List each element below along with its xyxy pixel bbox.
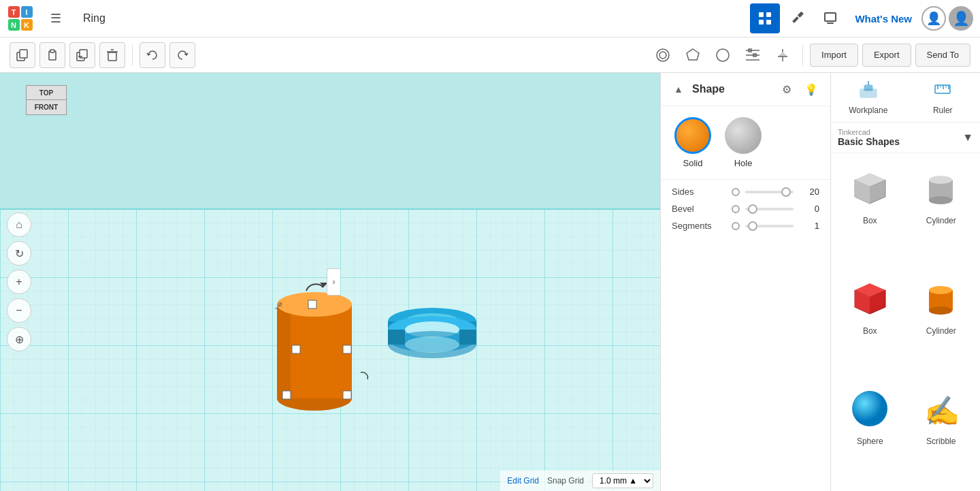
bevel-slider[interactable] <box>745 208 794 210</box>
polygon-view-button[interactable] <box>680 42 706 68</box>
view-controls: ⌂ ↻ + − ⊕ <box>7 212 31 351</box>
toolbar-divider-1 <box>132 45 133 65</box>
library-chevron-icon[interactable]: ▼ <box>962 131 973 144</box>
menu-button[interactable]: ☰ <box>41 3 71 33</box>
snap-grid-select[interactable]: 1.0 mm ▲ 0.5 mm 2.0 mm <box>592 473 653 488</box>
bevel-handle[interactable] <box>748 204 757 214</box>
box-red-label: Box <box>863 326 877 336</box>
sides-handle[interactable] <box>781 187 791 197</box>
shape-settings-icon[interactable]: ⚙ <box>777 80 796 99</box>
library-selector[interactable]: Tinkercad Basic Shapes ▼ <box>831 123 980 153</box>
bevel-label: Bevel <box>672 204 726 214</box>
home-view-button[interactable]: ⌂ <box>7 212 31 237</box>
delete-button[interactable] <box>99 42 125 68</box>
svg-rect-13 <box>792 16 799 23</box>
shape-card-cylinder-grey[interactable]: Cylinder <box>908 159 975 265</box>
tinkercad-logo[interactable]: T I N K <box>7 5 34 32</box>
project-name[interactable]: Ring <box>83 12 105 25</box>
workplane-button[interactable]: Workplane <box>831 73 906 122</box>
bevel-dot[interactable] <box>732 205 740 213</box>
toolbar-divider-2 <box>802 45 803 65</box>
svg-rect-15 <box>825 13 836 21</box>
shape-card-scribble[interactable]: ✍ Scribble <box>908 379 975 486</box>
sides-dot[interactable] <box>732 188 740 196</box>
grid-view-button[interactable] <box>750 3 780 33</box>
shape-card-sphere-blue[interactable]: Sphere <box>836 379 904 486</box>
cylinder-orange-preview <box>917 274 965 322</box>
zoom-out-button[interactable]: − <box>7 298 31 323</box>
svg-rect-10 <box>766 12 771 17</box>
add-user-button[interactable]: 👤 <box>921 6 946 31</box>
segments-param: Segments 1 <box>672 221 819 231</box>
hammer-view-button[interactable] <box>783 3 813 33</box>
bevel-param: Bevel 0 <box>672 204 819 214</box>
segments-dot[interactable] <box>732 222 740 230</box>
ruler-icon <box>933 80 952 103</box>
orientation-cube[interactable]: TOP FRONT <box>19 85 74 140</box>
solid-swatch[interactable] <box>674 117 711 154</box>
gallery-view-button[interactable] <box>815 3 845 33</box>
svg-point-30 <box>717 49 729 61</box>
top-face-label[interactable]: TOP <box>26 85 67 100</box>
svg-text:N: N <box>11 21 16 29</box>
redo-button[interactable] <box>169 42 195 68</box>
shape-panel-collapse-button[interactable]: ▲ <box>670 81 687 97</box>
svg-text:K: K <box>24 21 29 29</box>
sphere-blue-preview <box>846 385 894 432</box>
shape-card-cylinder-orange[interactable]: Cylinder <box>908 269 975 375</box>
sides-label: Sides <box>672 187 726 197</box>
duplicate-button[interactable] <box>69 42 95 68</box>
front-face-label[interactable]: FRONT <box>26 100 67 115</box>
user-avatar-button[interactable]: 👤 <box>949 6 973 31</box>
ruler-button[interactable]: Ruler <box>906 73 981 122</box>
svg-marker-38 <box>783 52 787 57</box>
edit-grid-label[interactable]: Edit Grid <box>507 476 539 486</box>
shapes-grid: Box Cylinder <box>831 153 980 491</box>
solid-option[interactable]: Solid <box>674 117 711 168</box>
sides-slider[interactable] <box>745 191 794 193</box>
hole-swatch[interactable] <box>725 117 762 154</box>
send-to-button[interactable]: Send To <box>915 44 970 67</box>
svg-point-93 <box>852 391 887 426</box>
hole-option[interactable]: Hole <box>725 117 762 168</box>
3d-viewport[interactable]: ⌀ TOP FRONT ⌂ ↻ + − ⊕ › Edit Grid Snap G… <box>0 73 660 491</box>
shape-panel-header: ▲ Shape ⚙ 💡 <box>661 73 830 106</box>
undo-button[interactable] <box>140 42 165 68</box>
paste-button[interactable] <box>39 42 65 68</box>
snap-grid-label: Snap Grid <box>547 476 584 486</box>
svg-rect-14 <box>798 12 804 18</box>
whats-new-button[interactable]: What's New <box>848 13 919 25</box>
segments-slider[interactable] <box>745 225 794 227</box>
align-view-button[interactable] <box>740 42 766 68</box>
segments-handle[interactable] <box>748 221 757 231</box>
solid-label: Solid <box>683 158 703 168</box>
svg-rect-18 <box>20 50 27 58</box>
circle-view-button[interactable] <box>710 42 736 68</box>
svg-text:I: I <box>25 8 27 16</box>
cylinder-grey-label: Cylinder <box>926 216 956 225</box>
mirror-view-button[interactable] <box>770 42 796 68</box>
export-button[interactable]: Export <box>862 44 911 67</box>
cylinder-orange-label: Cylinder <box>926 326 956 336</box>
segments-label: Segments <box>672 221 726 231</box>
shape-help-icon[interactable]: 💡 <box>802 80 821 99</box>
orbit-view-button[interactable]: ↻ <box>7 241 31 266</box>
tinkercad-label: Tinkercad <box>838 128 900 136</box>
shape-parameters: Sides 20 Bevel 0 <box>661 180 830 238</box>
add-person-icon: 👤 <box>926 11 941 26</box>
panel-collapse-arrow[interactable]: › <box>327 268 340 296</box>
segments-value: 1 <box>799 221 819 231</box>
svg-marker-37 <box>778 52 783 57</box>
zoom-in-button[interactable]: + <box>7 270 31 294</box>
import-button[interactable]: Import <box>810 44 858 67</box>
shape-card-box-red[interactable]: Box <box>836 269 904 375</box>
hole-label: Hole <box>734 158 753 168</box>
toolbar: Import Export Send To <box>0 37 980 73</box>
svg-marker-29 <box>687 49 699 60</box>
svg-rect-24 <box>108 52 116 61</box>
copy-button[interactable] <box>10 42 35 68</box>
box-grey-label: Box <box>863 216 877 225</box>
normal-view-button[interactable] <box>650 42 676 68</box>
shape-card-box-grey[interactable]: Box <box>836 159 904 265</box>
fit-view-button[interactable]: ⊕ <box>7 327 31 351</box>
